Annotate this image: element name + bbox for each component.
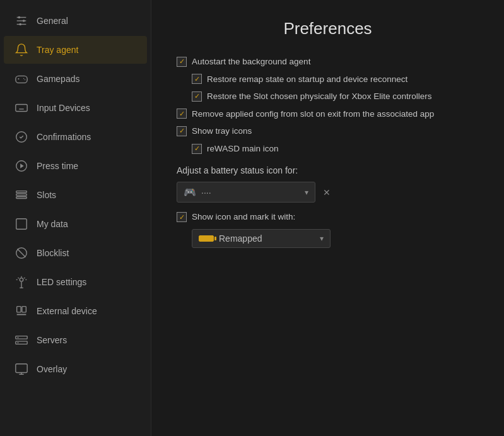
- svg-rect-9: [16, 105, 27, 112]
- checkbox-remove-applied[interactable]: [177, 109, 187, 119]
- battery-device-dropdown[interactable]: 🎮 ···· ▾: [177, 182, 315, 203]
- chevron-down-icon: ▾: [305, 188, 308, 197]
- sidebar-item-external-device[interactable]: External device: [4, 297, 147, 325]
- battery-section-label: Adjust a battery status icon for:: [177, 165, 479, 175]
- checkbox-row-show-icon: Show icon and mark it with:: [177, 211, 479, 223]
- sidebar-item-tray-agent[interactable]: Tray agent: [4, 36, 147, 64]
- my-data-icon: [14, 216, 29, 232]
- checkbox-row-show-tray: Show tray icons: [177, 126, 479, 137]
- checkbox-label-rewasd-icon: reWASD main icon: [207, 143, 279, 155]
- check-circle-icon: [14, 129, 29, 144]
- sidebar-label-slots: Slots: [37, 190, 56, 200]
- checkbox-label-show-icon: Show icon and mark it with:: [192, 211, 295, 223]
- server-icon: [14, 333, 29, 348]
- sidebar-label-input-devices: Input Devices: [37, 103, 90, 113]
- battery-bar-icon: [199, 235, 214, 242]
- checkbox-restore-remap[interactable]: [192, 74, 202, 84]
- svg-rect-33: [22, 307, 26, 312]
- checkbox-rewasd-icon[interactable]: [192, 144, 202, 154]
- sidebar-item-overlay[interactable]: Overlay: [4, 355, 147, 383]
- checkbox-label-restore-remap: Restore remap state on startup and devic…: [207, 74, 407, 85]
- sidebar-label-confirmations: Confirmations: [37, 132, 91, 142]
- svg-point-8: [25, 80, 25, 80]
- play-circle-icon: [14, 158, 29, 174]
- layers-icon: [14, 187, 29, 203]
- svg-rect-32: [17, 307, 21, 312]
- sidebar: General Tray agent Gamepads Input Device…: [0, 0, 151, 436]
- sidebar-item-my-data[interactable]: My data: [4, 210, 147, 238]
- checkbox-group: Autostart the background agent Restore r…: [177, 56, 479, 154]
- sidebar-label-gamepads: Gamepads: [37, 74, 79, 84]
- svg-point-3: [18, 16, 21, 19]
- sidebar-item-led-settings[interactable]: LED settings: [4, 268, 147, 296]
- svg-rect-19: [16, 194, 27, 196]
- main-content: Preferences Autostart the background age…: [151, 0, 504, 436]
- svg-rect-20: [16, 197, 27, 199]
- svg-line-28: [24, 278, 25, 278]
- led-icon: [14, 274, 29, 290]
- checkbox-restore-slot[interactable]: [192, 91, 202, 102]
- sidebar-item-press-time[interactable]: Press time: [4, 152, 147, 180]
- remapped-dropdown[interactable]: Remapped ▾: [192, 229, 331, 248]
- sidebar-item-servers[interactable]: Servers: [4, 326, 147, 354]
- checkbox-label-show-tray: Show tray icons: [192, 126, 252, 137]
- sidebar-item-confirmations[interactable]: Confirmations: [4, 123, 147, 151]
- sliders-icon: [14, 13, 29, 28]
- svg-point-37: [18, 337, 19, 338]
- remapped-chevron-icon: ▾: [320, 234, 324, 243]
- sidebar-item-general[interactable]: General: [4, 7, 147, 35]
- svg-rect-21: [16, 219, 27, 230]
- svg-point-5: [19, 23, 21, 26]
- close-battery-device-button[interactable]: ✕: [320, 186, 333, 199]
- battery-section: Adjust a battery status icon for: 🎮 ····…: [177, 165, 479, 248]
- svg-point-38: [18, 342, 19, 343]
- sidebar-label-led-settings: LED settings: [37, 277, 86, 287]
- sidebar-label-overlay: Overlay: [37, 364, 67, 374]
- checkbox-row-restore-remap: Restore remap state on startup and devic…: [192, 74, 479, 85]
- remapped-content: Remapped: [199, 233, 262, 244]
- svg-point-7: [23, 78, 24, 79]
- external-device-icon: [14, 303, 29, 319]
- sidebar-item-slots[interactable]: Slots: [4, 181, 147, 209]
- svg-rect-6: [16, 76, 27, 83]
- checkbox-row-rewasd-icon: reWASD main icon: [192, 143, 479, 155]
- svg-rect-39: [16, 364, 27, 373]
- svg-line-23: [18, 249, 26, 257]
- sidebar-label-blocklist: Blocklist: [37, 248, 69, 258]
- bell-icon: [14, 42, 29, 57]
- sidebar-label-servers: Servers: [37, 335, 67, 345]
- svg-marker-17: [20, 163, 24, 168]
- sidebar-label-my-data: My data: [37, 219, 68, 229]
- dropdown-content: 🎮 ····: [184, 186, 211, 198]
- checkbox-row-restore-slot: Restore the Slot chosen physically for X…: [192, 91, 479, 102]
- sidebar-item-blocklist[interactable]: Blocklist: [4, 239, 147, 267]
- checkbox-row-autostart: Autostart the background agent: [177, 56, 479, 68]
- checkbox-show-tray[interactable]: [177, 126, 187, 136]
- page-title: Preferences: [177, 19, 479, 38]
- checkbox-row-remove-applied: Remove applied config from slot on exit …: [177, 109, 479, 120]
- ban-icon: [14, 245, 29, 261]
- remapped-label: Remapped: [219, 233, 262, 244]
- keyboard-icon: [14, 100, 29, 115]
- checkbox-label-restore-slot: Restore the Slot chosen physically for X…: [207, 91, 431, 102]
- sidebar-label-external-device: External device: [37, 306, 97, 316]
- sidebar-item-input-devices[interactable]: Input Devices: [4, 94, 147, 122]
- dropdown-device-text: ····: [201, 187, 211, 197]
- battery-dropdown-row: 🎮 ···· ▾ ✕: [177, 182, 479, 203]
- sidebar-label-press-time: Press time: [37, 161, 78, 171]
- svg-point-24: [20, 278, 23, 282]
- sidebar-label-general: General: [37, 16, 68, 26]
- svg-line-27: [18, 278, 19, 278]
- checkbox-label-autostart: Autostart the background agent: [192, 56, 310, 68]
- svg-point-4: [23, 20, 25, 22]
- sidebar-label-tray-agent: Tray agent: [37, 45, 78, 55]
- checkbox-show-icon[interactable]: [177, 212, 187, 222]
- checkbox-label-remove-applied: Remove applied config from slot on exit …: [192, 109, 434, 120]
- checkbox-autostart[interactable]: [177, 57, 187, 67]
- gamepad-dropdown-icon: 🎮: [184, 186, 196, 198]
- svg-rect-18: [16, 191, 27, 193]
- sidebar-item-gamepads[interactable]: Gamepads: [4, 65, 147, 93]
- overlay-icon: [14, 362, 29, 377]
- gamepad-icon: [14, 71, 29, 86]
